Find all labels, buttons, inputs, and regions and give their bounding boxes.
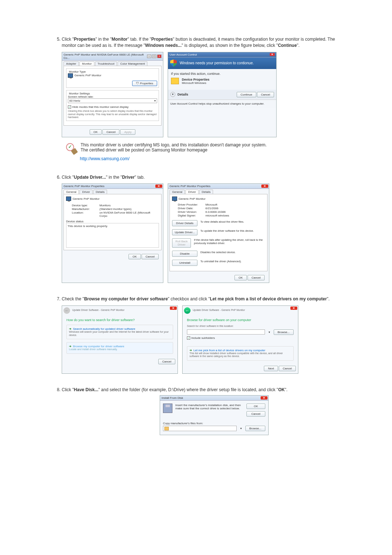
browse-button[interactable]: Browse... (245, 426, 265, 431)
refresh-rate-select[interactable]: 60 Hertz▾ (68, 98, 157, 103)
uac-dialog: User Account Control ✕ Windows needs you… (168, 52, 277, 137)
hide-modes-desc: Clearing this check box allows you to se… (68, 110, 157, 119)
install-from-disk-dialog: Install From Disk ✕ Insert the manufactu… (160, 395, 269, 435)
close-icon[interactable]: × (157, 54, 162, 58)
close-icon[interactable]: ✕ (261, 185, 268, 188)
monitor-name: Generic PnP Monitor (73, 197, 99, 200)
monitor-props-general-dialog: Generic PnP Monitor Properties ✕ General… (62, 183, 163, 283)
option-browse-computer[interactable]: ➔Browse my computer for driver software … (66, 342, 173, 354)
step-6: Click "Update Driver..." in the "Driver"… (62, 174, 345, 283)
uac-title: User Account Control (170, 53, 197, 56)
monitor-name: Generic PnP Monitor (179, 197, 205, 200)
cancel-button[interactable]: Cancel (142, 254, 159, 259)
driver-version-label: Driver Version: (178, 210, 203, 214)
ok-button[interactable]: OK (234, 275, 247, 280)
cancel-button[interactable]: Cancel (257, 92, 274, 97)
location-value: on NVIDIA GeForce 6600 LE (Microsoft Cor… (99, 211, 159, 218)
driver-details-button[interactable]: Driver Details (172, 220, 197, 226)
uac-headline: Windows needs your permission to contion… (180, 61, 254, 65)
ok-button[interactable]: OK (128, 254, 141, 259)
rollback-driver-button[interactable]: Roll Back Driver (172, 238, 191, 248)
monitor-icon (68, 73, 73, 78)
tab-troubleshoot[interactable]: Troubleshoot (95, 61, 117, 66)
option-search-auto[interactable]: ➔Search automatically for updated driver… (66, 325, 173, 340)
maximize-icon[interactable]: □ (152, 54, 156, 58)
properties-button[interactable]: 🛡 Properties (132, 81, 157, 86)
include-subfolders-label: Include subfolders (191, 336, 215, 340)
chevron-down-icon[interactable]: ▾ (239, 427, 243, 430)
tab-driver[interactable]: Driver (185, 190, 198, 194)
cancel-button[interactable]: Cancel (102, 129, 119, 135)
shield-icon (170, 60, 177, 67)
step8-instruction: Click "Have Disk..." and select the fold… (62, 387, 345, 393)
tab-color-management[interactable]: Color Management (118, 61, 147, 66)
tab-general[interactable]: General (170, 190, 185, 194)
program-publisher: Microsoft Windows (182, 81, 209, 85)
path-input[interactable] (187, 329, 265, 335)
tab-general[interactable]: General (64, 190, 79, 194)
manufacturer-label: Manufacturer: (72, 207, 97, 211)
uac-if-started: If you started this action, continue. (171, 72, 273, 76)
digital-signer-label: Digital Signer: (178, 214, 203, 217)
cancel-button[interactable]: Cancel (248, 275, 265, 280)
copy-from-input[interactable] (163, 426, 237, 431)
tab-adapter[interactable]: Adapter (64, 61, 79, 66)
uac-note: User Account Control helps stop unauthor… (168, 100, 276, 108)
driver-provider-label: Driver Provider: (178, 203, 203, 206)
next-button[interactable]: Next (264, 366, 278, 371)
ok-button[interactable]: OK (90, 129, 102, 135)
cancel-button[interactable]: Cancel (246, 411, 265, 417)
tab-driver[interactable]: Driver (79, 190, 92, 194)
driver-version-value: 6.0.6000.16386 (205, 210, 226, 214)
chevron-down-icon[interactable]: ▾ (267, 331, 271, 334)
certification-note: ✓ This monitor driver is under certifyin… (66, 142, 345, 153)
cancel-button[interactable]: Cancel (279, 366, 296, 371)
copy-from-label: Copy manufacturer's files from: (163, 422, 265, 425)
arrow-icon: ➔ (69, 345, 72, 348)
cancel-button[interactable]: Cancel (158, 359, 175, 364)
ok-button[interactable]: OK (246, 404, 265, 409)
include-subfolders-checkbox[interactable]: ✓ (187, 336, 190, 340)
digital-signer-value: microsoft windows (205, 214, 229, 217)
continue-button[interactable]: Continue (237, 92, 256, 97)
back-icon[interactable]: ← (184, 307, 191, 314)
monitor-icon (172, 197, 177, 201)
refresh-rate-label: Screen refresh rate: (68, 95, 157, 98)
details-label[interactable]: Details (177, 93, 188, 96)
browse-button[interactable]: Browse... (274, 329, 294, 335)
disk-instruction: Insert the manufacturer's installation d… (175, 404, 244, 417)
program-name: Device Properties (182, 78, 209, 81)
uninstall-button[interactable]: Uninstall (172, 260, 197, 266)
option-let-me-pick[interactable]: ➔Let me pick from a list of device drive… (187, 346, 294, 361)
minimize-icon[interactable]: - (147, 54, 151, 58)
close-icon[interactable]: ✕ (155, 185, 162, 188)
apply-button[interactable]: Apply (120, 129, 135, 135)
folder-icon (164, 427, 169, 430)
disable-button[interactable]: Disable (172, 251, 197, 257)
close-icon[interactable]: ✕ (170, 307, 177, 310)
dialog-title: Install From Disk (162, 396, 183, 400)
step7-instruction: Check the "Browse my computer for driver… (62, 296, 345, 302)
hide-modes-checkbox[interactable]: ✓ (68, 105, 71, 109)
note-line2: The certified driver will be posted on S… (81, 147, 267, 153)
step-7: Check the "Browse my computer for driver… (62, 296, 345, 374)
arrow-icon: ➔ (189, 349, 192, 352)
samsung-link[interactable]: http://www.samsung.com/ (80, 156, 130, 161)
arrow-icon: ➔ (69, 327, 72, 331)
dialog-title: Generic PnP Monitor Properties (170, 185, 211, 188)
device-type-value: Monitors (99, 204, 111, 207)
chevron-down-icon[interactable]: ▾ (170, 92, 175, 97)
tab-details[interactable]: Details (93, 190, 107, 194)
close-icon[interactable]: ✕ (261, 396, 268, 400)
tab-monitor[interactable]: Monitor (79, 61, 94, 66)
update-driver-button[interactable]: Update Driver... (172, 229, 197, 235)
device-status-label: Device status (66, 220, 159, 223)
close-icon[interactable]: ✕ (270, 53, 275, 56)
step-5: Click "Properties" in the "Monitor" tab.… (62, 36, 345, 161)
monitor-type-label: Monitor Type (68, 70, 87, 73)
wizard-heading: Browse for driver software on your compu… (187, 318, 294, 322)
monitor-properties-dialog: Generic PnP Monitor and NVIDIA GeForce 6… (62, 52, 163, 137)
close-icon[interactable]: ✕ (290, 307, 297, 310)
step5-instruction: Click "Properties" in the "Monitor" tab.… (62, 36, 345, 49)
tab-details[interactable]: Details (199, 190, 213, 194)
